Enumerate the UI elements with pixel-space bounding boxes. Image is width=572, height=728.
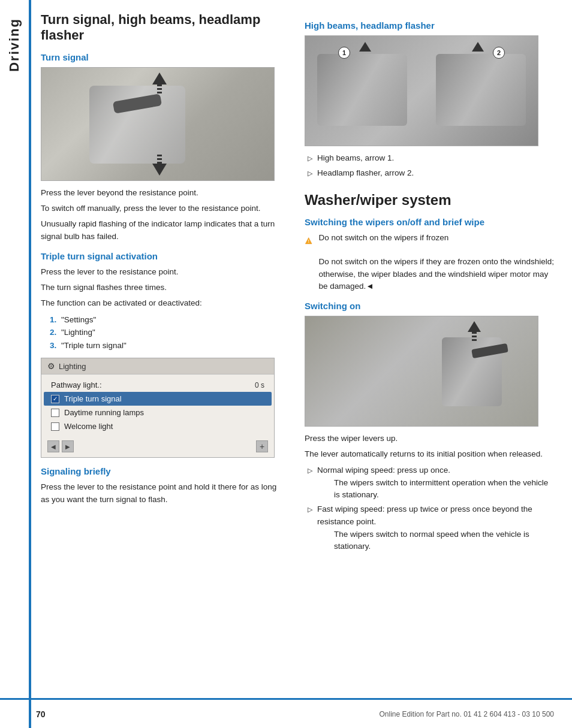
triple-text2: The turn signal flashes three times.: [41, 282, 287, 294]
main-content: Turn signal, high beams, headlamp flashe…: [29, 0, 572, 728]
warning-icon: !: [305, 232, 312, 250]
turn-signal-image: [41, 67, 275, 181]
daytime-row[interactable]: Daytime running lamps: [41, 406, 274, 419]
pathway-row: Pathway light.: 0 s: [41, 378, 274, 392]
turn-signal-text2: To switch off manually, press the lever …: [41, 203, 287, 215]
welcome-label: Welcome light: [64, 422, 113, 431]
triple-text3: The function can be activated or deactiv…: [41, 297, 287, 309]
footer: 70 Online Edition for Part no. 01 41 2 6…: [0, 698, 572, 728]
pathway-label: Pathway light.:: [51, 380, 102, 389]
warning-text: Do not switch on the wipers if frozen Do…: [318, 232, 554, 292]
menu-header: ⚙ Lighting: [41, 358, 274, 374]
triple-list: 1. "Settings" 2. "Lighting" 3. "Triple t…: [41, 313, 287, 352]
switching-on-text2: The lever automatically returns to its i…: [305, 448, 554, 460]
switching-on-bullets: Normal wiping speed: press up once. The …: [305, 464, 554, 553]
switching-on-text1: Press the wiper levers up.: [305, 433, 554, 445]
high-beams-bullets: High beams, arrow 1. Headlamp flasher, a…: [305, 152, 554, 180]
list-item: 2. "Lighting": [47, 326, 287, 339]
welcome-checkbox[interactable]: [51, 422, 59, 431]
pathway-value: 0 s: [255, 381, 264, 389]
triple-text1: Press the lever to the resistance point.: [41, 266, 287, 278]
daytime-checkbox[interactable]: [51, 409, 59, 417]
page-container: Driving Turn signal, high beams, headlam…: [0, 0, 572, 728]
list-text: "Triple turn signal": [61, 341, 127, 350]
bullet-sub: The wipers switch to normal speed when t…: [317, 528, 554, 553]
page-title: Turn signal, high beams, headlamp flashe…: [41, 12, 287, 44]
signaling-text: Press the lever to the resistance point …: [41, 481, 287, 506]
nav-right-btn[interactable]: ▶: [62, 440, 74, 452]
bullet-main: Normal wiping speed: press up once.: [317, 466, 450, 475]
bullet-item: Fast wiping speed: press up twice or pre…: [308, 503, 554, 552]
high-beams-image: 1 2: [305, 35, 538, 146]
left-column: Turn signal, high beams, headlamp flashe…: [41, 12, 299, 716]
warning-box: ! Do not switch on the wipers if frozen …: [305, 232, 554, 292]
page-number: 70: [36, 709, 46, 719]
triple-checkbox[interactable]: [51, 395, 59, 403]
sidebar-bar: [29, 0, 31, 728]
list-num: 1.: [50, 315, 56, 324]
switching-wipers-heading: Switching the wipers on/off and brief wi…: [305, 217, 554, 227]
svg-text:!: !: [308, 239, 309, 243]
list-item: 3. "Triple turn signal": [47, 339, 287, 352]
menu-header-label: Lighting: [59, 362, 86, 371]
bullet-sub: The wipers switch to intermittent operat…: [317, 477, 554, 502]
high-beams-heading: High beams, headlamp flasher: [305, 20, 554, 31]
turn-signal-heading: Turn signal: [41, 52, 287, 62]
settings-icon: ⚙: [47, 361, 55, 371]
switching-on-image: [305, 316, 538, 427]
list-item: 1. "Settings": [47, 313, 287, 327]
list-num: 2.: [50, 328, 56, 337]
bullet-text: High beams, arrow 1.: [317, 153, 394, 162]
list-text: "Settings": [61, 315, 96, 324]
triple-signal-row[interactable]: Triple turn signal: [44, 392, 272, 406]
triple-label: Triple turn signal: [64, 394, 122, 403]
switching-on-heading: Switching on: [305, 301, 554, 311]
turn-signal-text1: Press the lever beyond the resistance po…: [41, 187, 287, 199]
nav-left-btn[interactable]: ◀: [47, 440, 59, 452]
bullet-text: Headlamp flasher, arrow 2.: [317, 168, 414, 177]
triple-heading: Triple turn signal activation: [41, 251, 287, 261]
list-num: 3.: [50, 341, 56, 350]
daytime-label: Daytime running lamps: [64, 408, 144, 417]
bullet-item: Headlamp flasher, arrow 2.: [308, 167, 554, 180]
turn-signal-text3: Unusually rapid flashing of the indicato…: [41, 218, 287, 243]
footer-info: Online Edition for Part no. 01 41 2 604 …: [379, 710, 554, 718]
welcome-row[interactable]: Welcome light: [41, 419, 274, 433]
menu-nav: ◀ ▶ +: [41, 437, 274, 457]
nav-plus-btn[interactable]: +: [256, 440, 268, 452]
bullet-main: Fast wiping speed: press up twice or pre…: [317, 505, 532, 526]
signaling-heading: Signaling briefly: [41, 466, 287, 476]
menu-screenshot: ⚙ Lighting Pathway light.: 0 s Triple tu…: [41, 358, 275, 458]
bullet-item: Normal wiping speed: press up once. The …: [308, 464, 554, 501]
bullet-item: High beams, arrow 1.: [308, 152, 554, 165]
sidebar-label: Driving: [7, 18, 22, 72]
badge-1: 1: [338, 47, 350, 59]
sidebar: Driving: [0, 0, 29, 728]
washer-heading: Washer/wiper system: [305, 192, 554, 209]
nav-arrows: ◀ ▶: [47, 440, 74, 452]
menu-body: Pathway light.: 0 s Triple turn signal D…: [41, 374, 274, 437]
badge-2: 2: [493, 47, 505, 59]
right-column: High beams, headlamp flasher 1 2: [299, 12, 554, 716]
list-text: "Lighting": [61, 328, 95, 337]
